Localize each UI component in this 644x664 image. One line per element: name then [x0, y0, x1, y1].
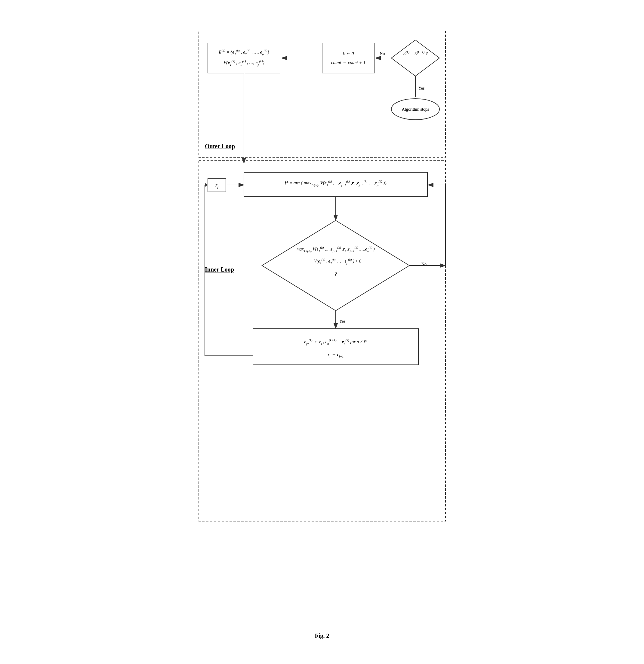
init-line2: count ← count + 1	[331, 60, 365, 65]
figure-caption: Fig. 2	[315, 632, 329, 639]
page-container: Outer Loop E(k) = {e1(k) , e2(k) , …, ep…	[187, 25, 458, 639]
flowchart-svg: Outer Loop E(k) = {e1(k) , e2(k) , …, ep…	[193, 25, 452, 620]
inner-loop-label: Inner Loop	[205, 266, 234, 273]
outer-diamond	[391, 40, 439, 76]
stop-text: Algorithm stops	[401, 107, 429, 111]
loop-back-arrowhead	[205, 183, 208, 187]
outer-loop-label: Outer Loop	[205, 143, 235, 150]
e-box	[208, 43, 280, 73]
init-box	[322, 43, 375, 73]
init-line1: k ← 0	[342, 51, 354, 56]
yes-label-outer: Yes	[418, 86, 424, 90]
update-box	[253, 329, 418, 365]
no-label-outer: No	[380, 51, 385, 56]
inner-diamond-question: ?	[334, 271, 337, 277]
inner-diamond	[262, 221, 409, 311]
yes-label-inner: Yes	[339, 319, 345, 324]
